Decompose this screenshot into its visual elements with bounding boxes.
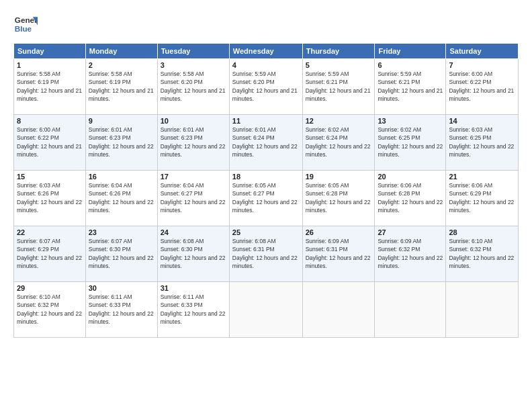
day-cell: 6 Sunrise: 5:59 AMSunset: 6:21 PMDayligh… xyxy=(375,59,446,115)
day-number: 30 xyxy=(89,284,154,292)
day-cell: 7 Sunrise: 6:00 AMSunset: 6:22 PMDayligh… xyxy=(446,59,519,115)
day-info: Sunrise: 5:58 AMSunset: 6:19 PMDaylight:… xyxy=(17,71,82,102)
day-cell: 22 Sunrise: 6:07 AMSunset: 6:29 PMDaylig… xyxy=(14,226,86,282)
day-info: Sunrise: 6:10 AMSunset: 6:32 PMDaylight:… xyxy=(449,238,514,269)
day-info: Sunrise: 6:06 AMSunset: 6:29 PMDaylight:… xyxy=(449,182,514,214)
day-cell: 10 Sunrise: 6:01 AMSunset: 6:23 PMDaylig… xyxy=(157,115,229,171)
day-cell: 3 Sunrise: 5:58 AMSunset: 6:20 PMDayligh… xyxy=(157,59,229,115)
day-info: Sunrise: 6:06 AMSunset: 6:28 PMDaylight:… xyxy=(378,182,443,214)
day-info: Sunrise: 6:08 AMSunset: 6:30 PMDaylight:… xyxy=(161,238,226,269)
day-number: 28 xyxy=(449,228,515,236)
col-header-wednesday: Wednesday xyxy=(229,44,302,59)
day-number: 5 xyxy=(306,61,372,69)
day-info: Sunrise: 5:59 AMSunset: 6:21 PMDaylight:… xyxy=(306,71,371,102)
week-row-1: 1 Sunrise: 5:58 AMSunset: 6:19 PMDayligh… xyxy=(14,59,519,115)
day-info: Sunrise: 6:04 AMSunset: 6:27 PMDaylight:… xyxy=(161,182,226,214)
col-header-thursday: Thursday xyxy=(302,44,375,59)
day-info: Sunrise: 6:09 AMSunset: 6:31 PMDaylight:… xyxy=(306,238,371,269)
day-cell: 20 Sunrise: 6:06 AMSunset: 6:28 PMDaylig… xyxy=(375,171,446,226)
day-number: 22 xyxy=(17,228,83,236)
day-number: 27 xyxy=(378,228,443,236)
day-cell: 5 Sunrise: 5:59 AMSunset: 6:21 PMDayligh… xyxy=(302,59,375,115)
day-number: 18 xyxy=(232,173,300,181)
day-number: 25 xyxy=(232,228,300,236)
day-number: 2 xyxy=(89,61,154,69)
day-info: Sunrise: 6:00 AMSunset: 6:22 PMDaylight:… xyxy=(449,71,514,102)
day-info: Sunrise: 6:11 AMSunset: 6:33 PMDaylight:… xyxy=(89,293,154,325)
day-number: 10 xyxy=(161,117,226,125)
day-cell: 25 Sunrise: 6:08 AMSunset: 6:31 PMDaylig… xyxy=(229,226,302,282)
day-number: 17 xyxy=(161,173,226,181)
day-info: Sunrise: 6:07 AMSunset: 6:29 PMDaylight:… xyxy=(17,238,82,269)
col-header-saturday: Saturday xyxy=(446,44,519,59)
day-number: 6 xyxy=(378,61,443,69)
day-info: Sunrise: 5:58 AMSunset: 6:20 PMDaylight:… xyxy=(161,71,226,102)
day-cell xyxy=(375,282,446,338)
col-header-monday: Monday xyxy=(85,44,157,59)
day-cell: 1 Sunrise: 5:58 AMSunset: 6:19 PMDayligh… xyxy=(14,59,86,115)
day-number: 23 xyxy=(89,228,154,236)
day-number: 26 xyxy=(306,228,372,236)
day-info: Sunrise: 6:02 AMSunset: 6:25 PMDaylight:… xyxy=(378,126,443,158)
day-cell: 8 Sunrise: 6:00 AMSunset: 6:22 PMDayligh… xyxy=(14,115,86,171)
day-number: 31 xyxy=(161,284,226,292)
day-info: Sunrise: 6:07 AMSunset: 6:30 PMDaylight:… xyxy=(89,238,154,269)
day-info: Sunrise: 5:59 AMSunset: 6:20 PMDaylight:… xyxy=(232,71,298,102)
svg-text:General: General xyxy=(15,15,38,24)
svg-text:Blue: Blue xyxy=(15,24,32,33)
day-cell: 31 Sunrise: 6:11 AMSunset: 6:33 PMDaylig… xyxy=(157,282,229,338)
day-cell: 17 Sunrise: 6:04 AMSunset: 6:27 PMDaylig… xyxy=(157,171,229,226)
day-cell: 23 Sunrise: 6:07 AMSunset: 6:30 PMDaylig… xyxy=(85,226,157,282)
day-number: 7 xyxy=(449,61,515,69)
day-cell: 26 Sunrise: 6:09 AMSunset: 6:31 PMDaylig… xyxy=(302,226,375,282)
week-row-4: 22 Sunrise: 6:07 AMSunset: 6:29 PMDaylig… xyxy=(14,226,519,282)
day-cell: 21 Sunrise: 6:06 AMSunset: 6:29 PMDaylig… xyxy=(446,171,519,226)
day-cell: 29 Sunrise: 6:10 AMSunset: 6:32 PMDaylig… xyxy=(14,282,86,338)
day-cell: 28 Sunrise: 6:10 AMSunset: 6:32 PMDaylig… xyxy=(446,226,519,282)
day-cell: 16 Sunrise: 6:04 AMSunset: 6:26 PMDaylig… xyxy=(85,171,157,226)
day-cell: 19 Sunrise: 6:05 AMSunset: 6:28 PMDaylig… xyxy=(302,171,375,226)
day-info: Sunrise: 6:03 AMSunset: 6:25 PMDaylight:… xyxy=(449,126,514,158)
col-header-tuesday: Tuesday xyxy=(157,44,229,59)
day-number: 24 xyxy=(161,228,226,236)
day-info: Sunrise: 6:04 AMSunset: 6:26 PMDaylight:… xyxy=(89,182,154,214)
day-number: 13 xyxy=(378,117,443,125)
day-info: Sunrise: 6:10 AMSunset: 6:32 PMDaylight:… xyxy=(17,293,82,325)
day-number: 8 xyxy=(17,117,83,125)
day-info: Sunrise: 5:59 AMSunset: 6:21 PMDaylight:… xyxy=(378,71,443,102)
day-number: 11 xyxy=(232,117,300,125)
day-info: Sunrise: 6:03 AMSunset: 6:26 PMDaylight:… xyxy=(17,182,82,214)
day-number: 21 xyxy=(449,173,515,181)
day-number: 15 xyxy=(17,173,83,181)
day-cell: 27 Sunrise: 6:09 AMSunset: 6:32 PMDaylig… xyxy=(375,226,446,282)
week-row-5: 29 Sunrise: 6:10 AMSunset: 6:32 PMDaylig… xyxy=(14,282,519,338)
logo-icon: General Blue xyxy=(13,12,38,36)
day-cell: 4 Sunrise: 5:59 AMSunset: 6:20 PMDayligh… xyxy=(229,59,302,115)
day-cell: 15 Sunrise: 6:03 AMSunset: 6:26 PMDaylig… xyxy=(14,171,86,226)
day-number: 20 xyxy=(378,173,443,181)
day-info: Sunrise: 6:00 AMSunset: 6:22 PMDaylight:… xyxy=(17,126,82,158)
day-info: Sunrise: 6:01 AMSunset: 6:23 PMDaylight:… xyxy=(89,126,154,158)
day-cell: 12 Sunrise: 6:02 AMSunset: 6:24 PMDaylig… xyxy=(302,115,375,171)
day-cell: 24 Sunrise: 6:08 AMSunset: 6:30 PMDaylig… xyxy=(157,226,229,282)
day-info: Sunrise: 6:05 AMSunset: 6:27 PMDaylight:… xyxy=(232,182,298,214)
day-info: Sunrise: 6:01 AMSunset: 6:24 PMDaylight:… xyxy=(232,126,298,158)
day-info: Sunrise: 6:05 AMSunset: 6:28 PMDaylight:… xyxy=(306,182,371,214)
day-info: Sunrise: 5:58 AMSunset: 6:19 PMDaylight:… xyxy=(89,71,154,102)
day-cell: 14 Sunrise: 6:03 AMSunset: 6:25 PMDaylig… xyxy=(446,115,519,171)
day-cell xyxy=(302,282,375,338)
col-header-sunday: Sunday xyxy=(14,44,86,59)
day-info: Sunrise: 6:01 AMSunset: 6:23 PMDaylight:… xyxy=(161,126,226,158)
day-number: 14 xyxy=(449,117,515,125)
day-cell: 2 Sunrise: 5:58 AMSunset: 6:19 PMDayligh… xyxy=(85,59,157,115)
day-number: 12 xyxy=(306,117,372,125)
week-row-3: 15 Sunrise: 6:03 AMSunset: 6:26 PMDaylig… xyxy=(14,171,519,226)
header: General Blue xyxy=(13,12,519,36)
day-number: 4 xyxy=(232,61,300,69)
header-row: SundayMondayTuesdayWednesdayThursdayFrid… xyxy=(14,44,519,59)
col-header-friday: Friday xyxy=(375,44,446,59)
day-info: Sunrise: 6:02 AMSunset: 6:24 PMDaylight:… xyxy=(306,126,371,158)
day-info: Sunrise: 6:11 AMSunset: 6:33 PMDaylight:… xyxy=(161,293,226,325)
day-cell: 11 Sunrise: 6:01 AMSunset: 6:24 PMDaylig… xyxy=(229,115,302,171)
logo: General Blue xyxy=(13,12,38,36)
